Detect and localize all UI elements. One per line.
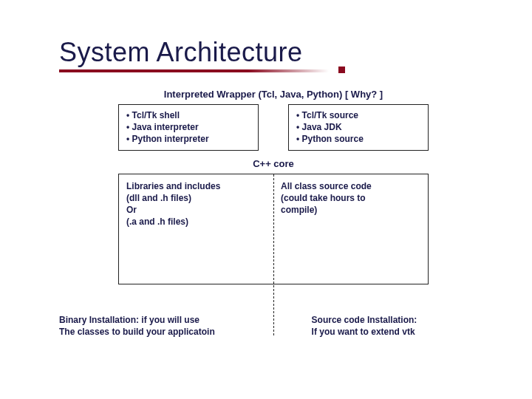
- line: Binary Installation: if you will use: [59, 314, 275, 326]
- footer-right: Source code Installation: If you want to…: [282, 314, 488, 338]
- wrapper-left-box: • Tcl/Tk shell • Java interpreter • Pyth…: [118, 104, 259, 151]
- bullet: • Java JDK: [296, 121, 420, 133]
- line: Or: [126, 204, 266, 216]
- bullet: • Tcl/Tk shell: [126, 109, 250, 121]
- line: All class source code: [281, 180, 420, 192]
- content: Interpreted Wrapper (Tcl, Java, Python) …: [59, 89, 488, 338]
- line: (dll and .h files): [126, 192, 266, 204]
- line: (could take hours to: [281, 192, 420, 204]
- line: If you want to extend vtk: [312, 326, 488, 338]
- title-underline: [59, 69, 329, 72]
- wrapper-right-box: • Tcl/Tk source • Java JDK • Python sour…: [288, 104, 429, 151]
- slide-title: System Architecture: [59, 37, 488, 68]
- slide: System Architecture Interpreted Wrapper …: [0, 0, 532, 399]
- footer-left: Binary Installation: if you will use The…: [59, 314, 282, 338]
- line: Source code Installation:: [312, 314, 488, 326]
- core-box: Libraries and includes (dll and .h files…: [118, 174, 429, 284]
- wrapper-row: • Tcl/Tk shell • Java interpreter • Pyth…: [77, 104, 470, 151]
- bullet: • Python source: [296, 133, 420, 145]
- wrapper-heading: Interpreted Wrapper (Tcl, Java, Python) …: [59, 89, 488, 100]
- core-right: All class source code (could take hours …: [273, 174, 428, 284]
- title-block: System Architecture: [59, 37, 488, 72]
- line: The classes to build your applicatoin: [59, 326, 275, 338]
- core-left: Libraries and includes (dll and .h files…: [119, 174, 273, 284]
- line: Libraries and includes: [126, 180, 266, 192]
- dashed-divider: [273, 174, 274, 335]
- bullet: • Python interpreter: [126, 133, 250, 145]
- bullet: • Tcl/Tk source: [296, 109, 420, 121]
- line: (.a and .h files): [126, 216, 266, 228]
- bullet: • Java interpreter: [126, 121, 250, 133]
- line: compile): [281, 204, 420, 216]
- core-wrap: Libraries and includes (dll and .h files…: [118, 174, 429, 284]
- core-heading: C++ core: [59, 158, 488, 169]
